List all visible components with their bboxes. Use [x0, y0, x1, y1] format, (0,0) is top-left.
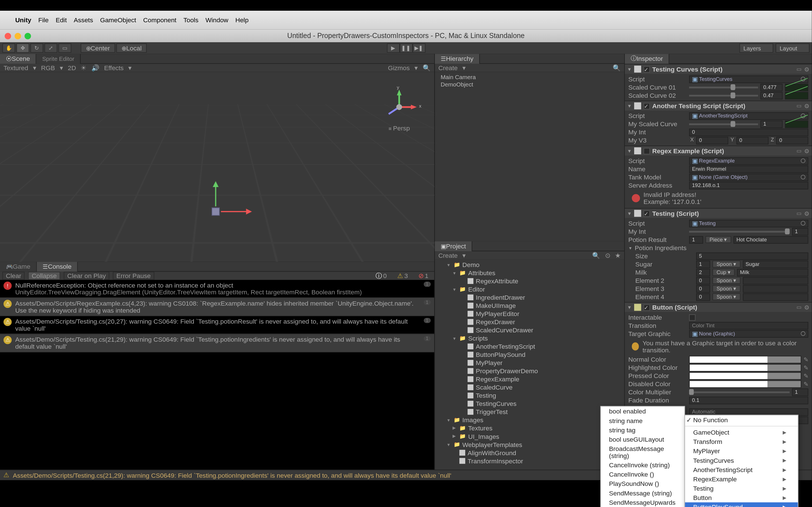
- curve-slider[interactable]: [689, 123, 758, 125]
- object-picker-icon[interactable]: [801, 331, 806, 336]
- settings-icon[interactable]: ⚙: [804, 304, 809, 311]
- object-field[interactable]: ▣RegexExample: [689, 157, 808, 165]
- error-count[interactable]: ⊘1: [415, 272, 432, 280]
- context-menu-item[interactable]: TestingCurves: [685, 456, 798, 465]
- multiplier-slider[interactable]: [689, 391, 790, 393]
- folder-item[interactable]: ▶📁Textures: [436, 424, 623, 432]
- hierarchy-create-dropdown[interactable]: Create: [439, 64, 458, 71]
- name-field[interactable]: [743, 285, 808, 292]
- unit-dropdown[interactable]: Spoon ▾: [712, 285, 741, 292]
- unit-dropdown[interactable]: Piece ▾: [705, 236, 731, 243]
- console-log-entry[interactable]: ⚠Assets/Demo/Scripts/RegexExample.cs(4,2…: [0, 298, 434, 316]
- unit-dropdown[interactable]: Spoon ▾: [712, 261, 741, 268]
- folder-item[interactable]: ▼📁Editor: [436, 285, 623, 293]
- console-clear-on-play-toggle[interactable]: Clear on Play: [64, 272, 109, 280]
- object-field[interactable]: ▣TestingCurves: [689, 75, 808, 83]
- amount-field[interactable]: 0: [696, 285, 710, 292]
- script-item[interactable]: ScaledCurve: [436, 383, 623, 392]
- text-field[interactable]: 192.168.o.1: [689, 181, 808, 189]
- audio-toggle-icon[interactable]: 🔊: [91, 64, 100, 72]
- curve-field[interactable]: [785, 92, 808, 99]
- checkbox[interactable]: [689, 314, 696, 321]
- z-field[interactable]: 0: [776, 136, 808, 144]
- script-item[interactable]: TransformInspector: [436, 457, 623, 465]
- shading-dropdown[interactable]: Textured: [3, 64, 28, 71]
- folder-item[interactable]: ▼📁WebplayerTemplates: [436, 441, 623, 449]
- component-header[interactable]: ▼Button (Script)▭⚙: [625, 303, 812, 312]
- context-menu-item[interactable]: MyPlayer: [685, 446, 798, 455]
- curve-field[interactable]: [785, 120, 808, 128]
- console-log-entry[interactable]: ⚠Assets/Demo/Scripts/Testing.cs(21,29): …: [0, 334, 434, 352]
- y-field[interactable]: 0: [737, 136, 769, 144]
- color-field[interactable]: [689, 355, 801, 363]
- console-log-entry[interactable]: !NullReferenceException: Object referenc…: [0, 280, 434, 298]
- object-field[interactable]: ▣None (Game Object): [689, 173, 808, 181]
- rotate-tool-button[interactable]: ↻: [31, 43, 43, 53]
- script-item[interactable]: MakeUIImage: [436, 301, 623, 309]
- folder-item[interactable]: ▼📁Attributes: [436, 269, 623, 277]
- console-clear-button[interactable]: Clear: [2, 272, 24, 280]
- eyedropper-icon[interactable]: ✎: [804, 356, 808, 362]
- context-menu-item[interactable]: CancelInvoke (string): [601, 460, 684, 469]
- x-field[interactable]: 0: [696, 136, 728, 144]
- color-field[interactable]: [689, 372, 801, 379]
- unit-dropdown[interactable]: Spoon ▾: [712, 293, 741, 300]
- script-item[interactable]: RegexDrawer: [436, 318, 623, 326]
- settings-icon[interactable]: ⚙: [804, 148, 809, 154]
- script-item[interactable]: Testing: [436, 392, 623, 400]
- menu-help[interactable]: Help: [236, 17, 249, 24]
- script-item[interactable]: RegexAttribute: [436, 277, 623, 285]
- object-picker-icon[interactable]: [801, 158, 806, 163]
- menu-tools[interactable]: Tools: [184, 17, 199, 24]
- window-maximize-button[interactable]: [24, 33, 31, 39]
- effects-dropdown[interactable]: Effects: [104, 64, 123, 71]
- context-menu-item[interactable]: Transform: [685, 437, 798, 446]
- settings-icon[interactable]: ⚙: [804, 66, 809, 72]
- scale-tool-button[interactable]: ⤢: [45, 43, 57, 53]
- eyedropper-icon[interactable]: ✎: [804, 372, 808, 379]
- hierarchy-panel[interactable]: Main Camera DemoObject: [435, 72, 624, 241]
- tab-game[interactable]: 🎮 Game: [0, 262, 37, 271]
- script-item[interactable]: MyPlayerEditor: [436, 309, 623, 318]
- script-item[interactable]: ButtonPlaySound: [436, 350, 623, 358]
- folder-item[interactable]: ▼📁Images: [436, 416, 623, 424]
- warn-count[interactable]: ⚠3: [394, 272, 411, 280]
- menu-file[interactable]: File: [38, 17, 49, 24]
- color-field[interactable]: [689, 380, 801, 388]
- rgb-dropdown[interactable]: RGB: [41, 64, 55, 71]
- scene-search-icon[interactable]: 🔍: [423, 64, 431, 72]
- number-field[interactable]: 0.47: [760, 92, 783, 99]
- menu-component[interactable]: Component: [143, 17, 176, 24]
- space-toggle[interactable]: ⊕ Local: [116, 43, 147, 53]
- context-menu-item[interactable]: RegexExample: [685, 474, 798, 484]
- help-icon[interactable]: ▭: [797, 304, 802, 311]
- eyedropper-icon[interactable]: ✎: [804, 364, 808, 371]
- tab-scene[interactable]: ⦿ Scene: [0, 54, 36, 63]
- component-enabled-checkbox[interactable]: [644, 103, 650, 109]
- script-item[interactable]: RegexExample: [436, 375, 623, 383]
- script-item[interactable]: ScaledCurveDrawer: [436, 326, 623, 334]
- script-item[interactable]: MyPlayer: [436, 359, 623, 367]
- function-picker-components[interactable]: No FunctionGameObjectTransformMyPlayerTe…: [684, 415, 798, 507]
- script-item[interactable]: AnotherTestingScript: [436, 342, 623, 350]
- menu-assets[interactable]: Assets: [74, 17, 93, 24]
- name-field[interactable]: Sugar: [743, 260, 808, 268]
- amount-field[interactable]: 2: [696, 269, 710, 276]
- console-log-entry[interactable]: ⚠Assets/Demo/Scripts/Testing.cs(20,27): …: [0, 316, 434, 334]
- script-item[interactable]: TriggerTest: [436, 408, 623, 416]
- context-menu-item[interactable]: GameObject: [685, 428, 798, 437]
- project-panel[interactable]: ▼📁Demo▼📁AttributesRegexAttribute▼📁Editor…: [435, 260, 624, 469]
- tab-console[interactable]: ☰ Console: [37, 262, 78, 271]
- amount-field[interactable]: 0: [696, 277, 710, 284]
- layout-dropdown[interactable]: Layout: [776, 43, 809, 53]
- move-tool-button[interactable]: ✥: [16, 43, 29, 53]
- object-field[interactable]: ▣Testing: [689, 219, 808, 227]
- help-icon[interactable]: ▭: [797, 210, 802, 216]
- help-icon[interactable]: ▭: [797, 103, 802, 109]
- console-collapse-toggle[interactable]: Collapse: [28, 272, 60, 280]
- context-menu-item[interactable]: bool useGUILayout: [601, 435, 684, 444]
- hierarchy-search-icon[interactable]: 🔍: [613, 64, 621, 72]
- number-field[interactable]: 0: [689, 128, 808, 136]
- menu-window[interactable]: Window: [206, 17, 229, 24]
- amount-field[interactable]: 1: [689, 236, 703, 243]
